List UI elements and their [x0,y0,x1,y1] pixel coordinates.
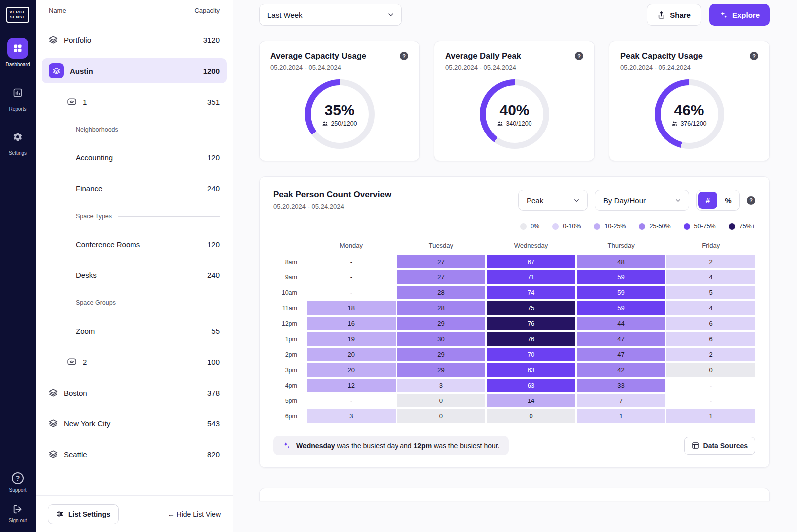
heatmap-cell[interactable]: 7 [577,394,665,407]
sidebar-item-seattle[interactable]: Seattle820 [42,442,227,467]
heatmap-cell[interactable]: 3 [397,379,486,392]
heatmap-cell[interactable]: 0 [397,394,486,407]
sidebar-item-2[interactable]: 2100 [42,349,227,374]
sidebar-item-accounting[interactable]: Accounting120 [42,145,227,170]
help-icon[interactable]: ? [747,196,755,205]
sidebar-item-label: Seattle [64,450,87,459]
help-icon[interactable]: ? [750,52,758,60]
heatmap-cell[interactable]: 76 [487,317,575,330]
explore-button[interactable]: Explore [709,4,770,26]
date-range-value: Last Week [267,11,303,19]
heatmap-cell[interactable]: 47 [577,348,665,361]
heatmap-cell[interactable]: 30 [397,332,486,346]
sidebar-item-new-york-city[interactable]: New York City543 [42,411,227,436]
heatmap-cell[interactable]: 28 [397,286,486,299]
sidebar-item-conference-rooms[interactable]: Conference Rooms120 [42,232,227,257]
share-button[interactable]: Share [647,4,701,26]
heatmap-cell[interactable]: 33 [577,379,665,392]
heatmap-cell[interactable]: 74 [487,286,575,299]
help-icon: ? [12,472,24,484]
legend-dot [552,223,559,230]
heatmap-cell[interactable]: 2 [666,255,755,268]
sidebar-item-zoom[interactable]: Zoom55 [42,318,227,343]
heatmap-cell[interactable]: 18 [307,301,396,315]
heatmap-cell[interactable]: 59 [577,270,665,284]
sidebar-item-boston[interactable]: Boston378 [42,380,227,405]
sidebar-item-1[interactable]: 1351 [42,89,227,114]
heatmap-cell[interactable]: 67 [487,255,575,268]
heatmap-cell[interactable]: 27 [397,270,486,284]
heatmap-cell[interactable]: - [666,379,755,392]
sidebar-item-finance[interactable]: Finance240 [42,176,227,201]
help-icon[interactable]: ? [400,52,408,60]
heatmap-cell[interactable]: 3 [307,409,396,423]
column-header-capacity: Capacity [194,7,220,14]
heatmap-cell[interactable]: 28 [397,301,486,315]
data-sources-button[interactable]: Data Sources [684,437,755,455]
heatmap-cell[interactable]: 29 [397,317,486,330]
toggle-percent-button[interactable]: % [719,192,738,209]
sidebar-item-portfolio[interactable]: Portfolio3120 [42,27,227,52]
heatmap-cell[interactable]: - [307,255,396,268]
heatmap-cell[interactable]: - [307,286,396,299]
heatmap-cell[interactable]: 42 [577,363,665,377]
sidebar-item-austin[interactable]: Austin1200 [42,58,227,83]
heatmap-cell[interactable]: 47 [577,332,665,346]
list-settings-button[interactable]: List Settings [48,504,119,524]
toggle-count-button[interactable]: # [698,192,717,209]
heatmap-cell[interactable]: 2 [666,348,755,361]
heatmap-cell[interactable]: 19 [307,332,396,346]
heatmap-cell[interactable]: 27 [397,255,486,268]
nav-item-support[interactable]: ? Support [9,472,26,493]
nav-item-reports[interactable]: Reports [7,82,28,112]
heatmap-cell[interactable]: 44 [577,317,665,330]
heatmap-cell[interactable]: 0 [487,409,575,423]
heatmap-cell[interactable]: 29 [397,348,486,361]
heatmap-cell[interactable]: 20 [307,348,396,361]
heatmap-cell[interactable]: 4 [666,270,755,284]
people-icon [497,120,503,127]
heatmap-cell[interactable]: 48 [577,255,665,268]
heatmap-cell[interactable]: 20 [307,363,396,377]
heatmap-title-block: Peak Person Count Overview 05.20.2024 - … [273,190,391,210]
heatmap-cell[interactable]: - [307,270,396,284]
heatmap-cell[interactable]: - [666,394,755,407]
heatmap-cell[interactable]: 59 [577,286,665,299]
nav-item-dashboard[interactable]: Dashboard [6,38,30,67]
heatmap-cell[interactable]: 5 [666,286,755,299]
heatmap-cell[interactable]: 70 [487,348,575,361]
heatmap-cell[interactable]: 75 [487,301,575,315]
heatmap-cell[interactable]: 29 [397,363,486,377]
nav-item-sign-out[interactable]: Sign out [9,504,27,523]
heatmap-cell[interactable]: 63 [487,379,575,392]
heatmap-cell[interactable]: 59 [577,301,665,315]
heatmap-cell[interactable]: 63 [487,363,575,377]
heatmap-cell[interactable]: 12 [307,379,396,392]
sidebar-item-capacity: 3120 [203,36,220,44]
sidebar-footer: List Settings ← Hide List View [36,495,233,532]
heatmap-cell[interactable]: 6 [666,317,755,330]
heatmap-cell[interactable]: 14 [487,394,575,407]
heatmap-cell[interactable]: 6 [666,332,755,346]
metric-select[interactable]: Peak [518,190,588,211]
heatmap-cell[interactable]: 0 [397,409,486,423]
heatmap-cell[interactable]: 71 [487,270,575,284]
section-divider [122,303,220,303]
heatmap-cell[interactable]: 4 [666,301,755,315]
peak-person-count-card: Peak Person Count Overview 05.20.2024 - … [259,176,770,468]
heatmap-cell[interactable]: - [307,394,396,407]
heatmap-cell[interactable]: 1 [666,409,755,423]
grouping-select[interactable]: By Day/Hour [595,190,689,211]
heatmap-cell[interactable]: 1 [577,409,665,423]
sidebar-item-desks[interactable]: Desks240 [42,263,227,287]
stat-card-average-capacity-usage: Average Capacity Usage ? 05.20.2024 - 05… [259,41,420,161]
heatmap-cell[interactable]: 0 [666,363,755,377]
heatmap-cell[interactable]: 16 [307,317,396,330]
chevron-down-icon [387,11,395,19]
help-icon[interactable]: ? [575,52,583,60]
hide-list-view-link[interactable]: ← Hide List View [168,510,221,518]
date-range-select[interactable]: Last Week [259,4,402,26]
sidebar-item-capacity: 240 [207,184,220,193]
nav-item-settings[interactable]: Settings [7,127,28,156]
heatmap-cell[interactable]: 76 [487,332,575,346]
